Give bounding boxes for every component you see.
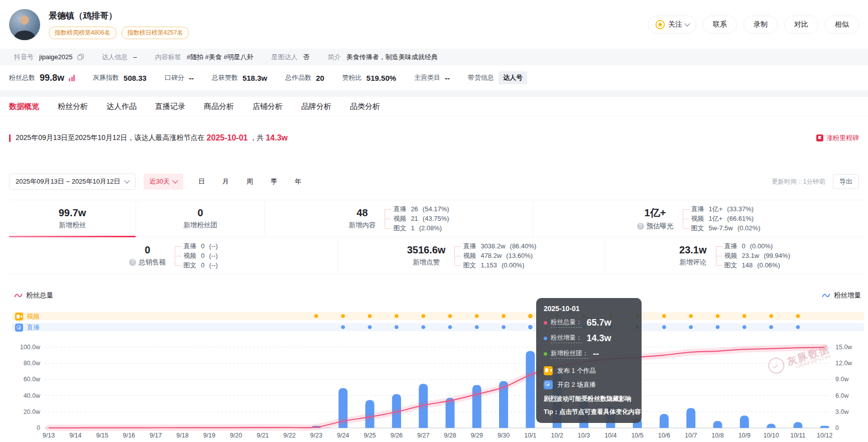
video-event-dot-9/26[interactable]	[395, 314, 399, 318]
contact-button[interactable]: 联系	[703, 16, 737, 34]
live-event-dot-10/11[interactable]	[796, 325, 800, 329]
tab-直播记录[interactable]: 直播记录	[155, 102, 185, 111]
left-axis-tick: 60.0w	[24, 376, 41, 383]
live-event-dot-10/6[interactable]	[662, 325, 666, 329]
video-event-dot-9/27[interactable]	[421, 314, 425, 318]
metric-card-新增点赞[interactable]: 3516.6w新增点赞直播3038.2w(86.40%)视频478.2w(13.…	[338, 237, 605, 274]
copy-icon[interactable]	[77, 54, 84, 60]
x-axis-label: 10/12	[817, 432, 832, 439]
mini-trend-icon[interactable]	[69, 75, 75, 81]
metric-card-新增粉丝团[interactable]: 0新增粉丝团	[136, 200, 265, 237]
bar-10/8[interactable]	[713, 421, 722, 428]
tooltip-date: 2025-10-01	[544, 305, 634, 313]
live-event-dot-10/1[interactable]	[528, 325, 533, 330]
video-event-dot-9/23[interactable]	[314, 314, 318, 318]
video-event-dot-10/7[interactable]	[689, 314, 693, 318]
metric-card-新增粉丝[interactable]: 99.7w新增粉丝	[9, 200, 136, 237]
metric-label: 新增粉丝团	[183, 221, 217, 230]
tab-粉丝分析[interactable]: 粉丝分析	[58, 102, 88, 111]
live-event-dot-9/30[interactable]	[502, 325, 506, 329]
info-item-4: 简介美食传播者，制造美味成就经典	[328, 53, 438, 62]
left-axis-tick: 80.0w	[24, 360, 41, 367]
video-event-dot-10/11[interactable]	[796, 314, 800, 318]
video-event-dot-10/9[interactable]	[742, 314, 747, 318]
stat-label: 主营类目	[414, 73, 440, 82]
record-button[interactable]: 录制	[743, 16, 778, 34]
milestone-link[interactable]: 涨粉里程碑	[816, 133, 859, 142]
metric-dot	[544, 352, 547, 356]
bar-10/11[interactable]	[793, 422, 802, 428]
bar-10/12[interactable]	[820, 426, 829, 428]
period-月[interactable]: 月	[222, 177, 229, 186]
live-event-dot-9/24[interactable]	[341, 325, 345, 329]
live-event-dot-9/25[interactable]	[368, 325, 372, 329]
live-event-dot-10/8[interactable]	[716, 325, 720, 329]
tab-商品分析[interactable]: 商品分析	[204, 102, 234, 111]
bar-10/6[interactable]	[660, 414, 669, 428]
live-event-dot-9/27[interactable]	[421, 325, 425, 329]
quick-range-select[interactable]: 近30天	[144, 174, 183, 190]
stat-口碑分: 口碑分--	[165, 73, 194, 82]
video-event-dot-9/24[interactable]	[341, 314, 345, 318]
date-range-select[interactable]: 2025年09月13日 ~ 2025年10月12日	[9, 174, 136, 190]
compare-button[interactable]: 对比	[784, 16, 818, 34]
live-event-dot-9/26[interactable]	[395, 325, 399, 329]
tab-达人作品[interactable]: 达人作品	[106, 102, 137, 111]
live-event-dot-10/7[interactable]	[689, 325, 693, 329]
metric-value: 99.7w	[59, 207, 86, 219]
bar-10/1[interactable]	[526, 351, 535, 428]
profile-actions: 关注联系录制对比相似	[648, 16, 863, 34]
metric-breakdown: 直播3038.2w(86.40%)视频478.2w(13.60%)图文1,153…	[454, 242, 536, 269]
period-年[interactable]: 年	[295, 177, 301, 186]
video-event-dot-9/28[interactable]	[448, 314, 452, 318]
help-icon[interactable]: ?	[129, 259, 136, 266]
video-event-dot-10/6[interactable]	[662, 314, 666, 318]
breakdown-row: 直播0(0.00%)	[724, 242, 790, 250]
video-event-dot-9/30[interactable]	[502, 314, 506, 318]
info-value: #随拍 #美食 #明星八卦	[187, 53, 254, 62]
video-event-dot-10/1[interactable]	[528, 314, 533, 319]
live-event-dot-9/29[interactable]	[475, 325, 479, 329]
bar-10/10[interactable]	[767, 423, 776, 428]
help-icon[interactable]: ?	[637, 223, 644, 230]
period-周[interactable]: 周	[246, 177, 253, 186]
similar-button[interactable]: 相似	[825, 16, 859, 34]
export-button[interactable]: 导出	[833, 174, 859, 189]
tab-品类分析[interactable]: 品类分析	[350, 102, 380, 111]
video-event-dot-9/25[interactable]	[368, 314, 372, 318]
video-event-dot-10/8[interactable]	[716, 314, 720, 318]
bar-10/7[interactable]	[686, 408, 695, 428]
live-event-dot-9/28[interactable]	[448, 325, 452, 329]
notice-mid: ，共	[250, 133, 264, 142]
avatar[interactable]	[9, 9, 40, 40]
metric-card-新增评论[interactable]: 23.1w新增评论直播0(0.00%)视频23.1w(99.94%)图文148(…	[605, 237, 864, 274]
info-value: jipaige2025	[39, 53, 73, 61]
live-event-dot-10/10[interactable]	[769, 325, 773, 329]
x-axis-label: 10/4	[604, 432, 616, 439]
legend-live[interactable]: 直播	[15, 323, 40, 332]
x-axis-label: 10/1	[524, 432, 536, 439]
video-event-dot-10/10[interactable]	[769, 314, 773, 318]
video-event-dot-9/29[interactable]	[475, 314, 479, 318]
stat-带货信息: 带货信息达人号	[468, 71, 527, 84]
period-日[interactable]: 日	[198, 177, 205, 186]
info-value: 美食传播者，制造美味成就经典	[346, 53, 438, 62]
metric-card-新增内容[interactable]: 48新增内容直播26(54.17%)视频21(43.75%)图文1(2.08%)	[265, 200, 533, 237]
legend-video[interactable]: 视频	[15, 312, 40, 321]
live-event-dot-10/9[interactable]	[742, 325, 747, 329]
right-axis-tick: 9.0w	[835, 376, 849, 383]
tab-店铺分析[interactable]: 店铺分析	[253, 102, 283, 111]
follow-button[interactable]: 关注	[648, 16, 696, 34]
metric-card-总销售额[interactable]: 0?总销售额直播0(--)视频0(--)图文0(--)	[9, 237, 338, 274]
right-axis-tick: 15.0w	[835, 344, 852, 351]
tab-品牌分析[interactable]: 品牌分析	[301, 102, 331, 111]
left-axis-tick: 0	[37, 424, 40, 431]
stat-value: 99.8w	[40, 73, 64, 83]
tab-数据概览[interactable]: 数据概览	[9, 102, 39, 111]
period-季[interactable]: 季	[271, 177, 277, 186]
metric-card-预估曝光[interactable]: 1亿+?预估曝光直播1亿+(33.37%)视频1亿+(66.61%)图文5w-7…	[533, 200, 864, 237]
cards-row-0: 99.7w新增粉丝0新增粉丝团48新增内容直播26(54.17%)视频21(43…	[9, 200, 864, 237]
metric-breakdown: 直播0(--)视频0(--)图文0(--)	[175, 242, 218, 269]
bar-10/9[interactable]	[740, 415, 749, 428]
info-label: 达人信息	[102, 53, 128, 62]
